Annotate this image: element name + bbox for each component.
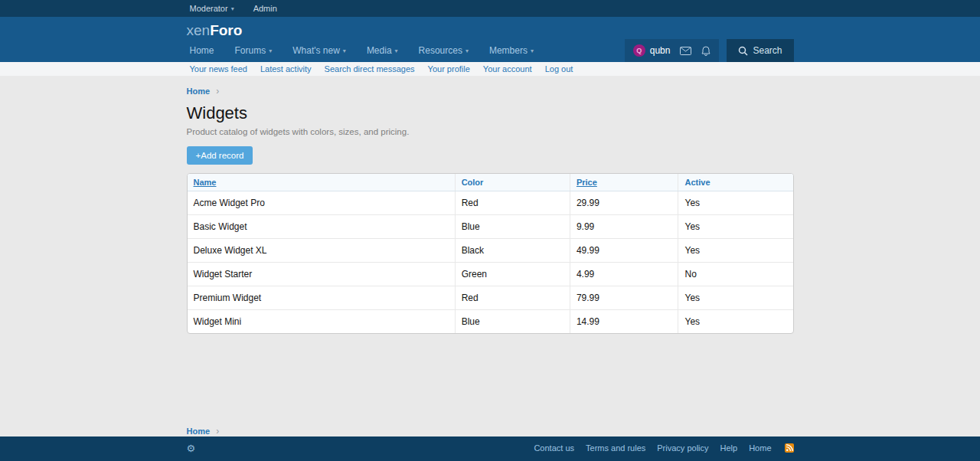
topbar-item-admin[interactable]: Admin: [253, 4, 277, 13]
footer-link-home[interactable]: Home: [749, 443, 771, 453]
cell-color: Blue: [455, 310, 570, 334]
cell-price: 9.99: [570, 215, 678, 239]
cell-active: Yes: [678, 239, 793, 263]
breadcrumb-bottom: Home ›: [187, 426, 794, 436]
conversations-envelope-icon[interactable]: [680, 47, 691, 55]
subnav-your-profile[interactable]: Your profile: [428, 64, 470, 74]
subnav-links: Your news feedLatest activitySearch dire…: [187, 62, 794, 76]
site-header: xenForo HomeForums▾What's new▾Media▾Reso…: [0, 17, 980, 62]
widgets-table: NameColorPriceActive Acme Widget ProRed2…: [188, 174, 793, 333]
user-menu[interactable]: Q qubn: [633, 44, 671, 57]
cell-price: 4.99: [570, 263, 678, 286]
search-button-label: Search: [753, 45, 782, 56]
cell-active: Yes: [678, 286, 793, 310]
search-icon: [738, 46, 748, 56]
column-header-price[interactable]: Price: [570, 174, 678, 191]
cell-name: Widget Mini: [188, 310, 456, 334]
style-chooser-gear-icon[interactable]: ⚙: [187, 443, 196, 453]
footer-link-privacy-policy[interactable]: Privacy policy: [657, 443, 708, 453]
table-row: Premium WidgetRed79.99Yes: [188, 286, 793, 310]
nav-item-members[interactable]: Members▾: [489, 45, 534, 56]
alerts-bell-icon[interactable]: [701, 46, 710, 56]
nav-item-resources[interactable]: Resources▾: [419, 45, 469, 56]
cell-price: 79.99: [570, 286, 678, 310]
cell-color: Green: [455, 263, 570, 286]
main-nav: HomeForums▾What's new▾Media▾Resources▾Me…: [187, 39, 534, 62]
breadcrumb-top: Home ›: [187, 86, 794, 96]
table-row: Widget StarterGreen4.99No: [188, 263, 793, 286]
topbar-item-moderator[interactable]: Moderator▾: [190, 4, 234, 13]
footer-links: Contact usTerms and rulesPrivacy policyH…: [534, 443, 793, 453]
subnav-log-out[interactable]: Log out: [545, 64, 573, 74]
chevron-down-icon: ▾: [531, 47, 534, 54]
breadcrumb-home-link[interactable]: Home: [187, 87, 211, 96]
user-nav-group: Q qubn: [625, 39, 720, 62]
nav-item-media[interactable]: Media▾: [367, 45, 398, 56]
cell-name: Basic Widget: [188, 215, 456, 239]
cell-active: Yes: [678, 191, 793, 215]
widgets-table-wrap: NameColorPriceActive Acme Widget ProRed2…: [187, 173, 794, 334]
nav-item-what-s-new[interactable]: What's new▾: [292, 45, 346, 56]
chevron-right-icon: ›: [216, 426, 219, 436]
cell-color: Black: [455, 239, 570, 263]
cell-color: Blue: [455, 215, 570, 239]
table-row: Basic WidgetBlue9.99Yes: [188, 215, 793, 239]
chevron-down-icon: ▾: [395, 47, 398, 54]
column-header-active: Active: [678, 174, 793, 191]
table-body: Acme Widget ProRed29.99YesBasic WidgetBl…: [188, 191, 793, 334]
column-header-label: Active: [684, 178, 710, 187]
topbar-links: Moderator▾Admin: [187, 0, 794, 17]
cell-price: 49.99: [570, 239, 678, 263]
subnav-latest-activity[interactable]: Latest activity: [260, 64, 312, 74]
logo-prefix: xen: [187, 22, 211, 38]
column-header-name[interactable]: Name: [188, 174, 456, 191]
footer-link-terms-and-rules[interactable]: Terms and rules: [586, 443, 645, 453]
cell-active: Yes: [678, 215, 793, 239]
footer-row: ⚙ Contact usTerms and rulesPrivacy polic…: [187, 442, 794, 454]
add-record-button[interactable]: +Add record: [187, 146, 253, 165]
footer-link-contact-us[interactable]: Contact us: [534, 443, 574, 453]
chevron-right-icon: ›: [216, 86, 219, 96]
cell-name: Acme Widget Pro: [188, 191, 456, 215]
username: qubn: [650, 45, 671, 56]
chevron-down-icon: ▾: [343, 47, 346, 54]
cell-color: Red: [455, 191, 570, 215]
cell-price: 29.99: [570, 191, 678, 215]
cell-name: Premium Widget: [188, 286, 456, 310]
main-content: Home › Widgets Product catalog of widget…: [0, 76, 980, 436]
xenforo-logo[interactable]: xenForo: [187, 17, 243, 39]
page: Moderator▾Admin xenForo HomeForums▾What'…: [0, 0, 980, 461]
subnav-search-direct-messages[interactable]: Search direct messages: [325, 64, 415, 74]
page-title: Widgets: [187, 103, 794, 123]
footer: ⚙ Contact usTerms and rulesPrivacy polic…: [0, 436, 980, 461]
cell-color: Red: [455, 286, 570, 310]
admin-topbar: Moderator▾Admin: [0, 0, 980, 17]
cell-name: Deluxe Widget XL: [188, 239, 456, 263]
chevron-down-icon: ▾: [466, 47, 469, 54]
cell-active: Yes: [678, 310, 793, 334]
search-button[interactable]: Search: [727, 39, 793, 62]
nav-right: Q qubn Search: [625, 39, 794, 62]
account-subnav: Your news feedLatest activitySearch dire…: [0, 62, 980, 76]
table-row: Widget MiniBlue14.99Yes: [188, 310, 793, 334]
breadcrumb-home-link-bottom[interactable]: Home: [187, 427, 211, 436]
subnav-your-news-feed[interactable]: Your news feed: [190, 64, 247, 74]
nav-item-home[interactable]: Home: [190, 45, 214, 56]
rss-icon[interactable]: [785, 443, 794, 453]
footer-link-help[interactable]: Help: [720, 443, 738, 453]
chevron-down-icon: ▾: [231, 5, 234, 12]
avatar[interactable]: Q: [633, 44, 645, 57]
table-header-row: NameColorPriceActive: [188, 174, 793, 191]
column-header-label: Price: [577, 178, 597, 187]
nav-item-forums[interactable]: Forums▾: [235, 45, 273, 56]
table-row: Acme Widget ProRed29.99Yes: [188, 191, 793, 215]
cell-name: Widget Starter: [188, 263, 456, 286]
subnav-your-account[interactable]: Your account: [483, 64, 532, 74]
page-description: Product catalog of widgets with colors, …: [187, 127, 794, 136]
chevron-down-icon: ▾: [269, 47, 272, 54]
column-header-label: Color: [462, 178, 484, 187]
table-row: Deluxe Widget XLBlack49.99Yes: [188, 239, 793, 263]
cell-active: No: [678, 263, 793, 286]
column-header-label: Name: [194, 178, 217, 187]
column-header-color: Color: [455, 174, 570, 191]
